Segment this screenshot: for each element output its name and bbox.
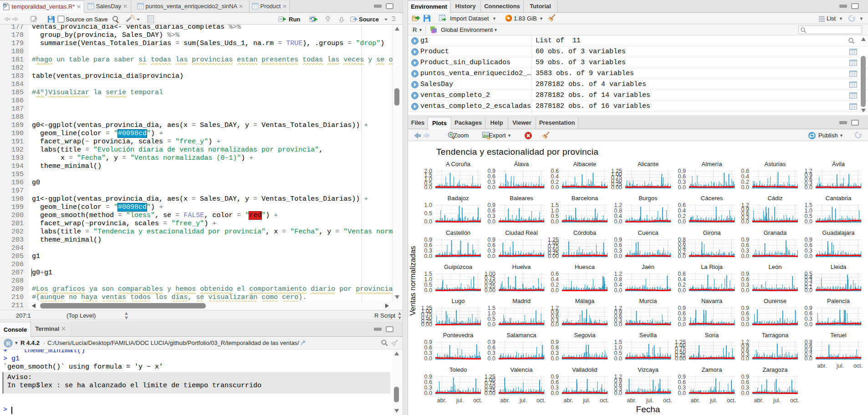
- svg-text:0.0: 0.0: [551, 390, 559, 396]
- svg-text:0.0: 0.0: [741, 287, 749, 294]
- svg-text:Soria: Soria: [705, 332, 719, 339]
- svg-text:Córdoba: Córdoba: [573, 229, 597, 236]
- svg-text:0.0: 0.0: [488, 355, 495, 362]
- svg-text:Barcelona: Barcelona: [572, 195, 598, 202]
- svg-text:0.0: 0.0: [424, 390, 432, 396]
- svg-text:0.0: 0.0: [805, 321, 812, 328]
- svg-text:A Coruña: A Coruña: [446, 161, 471, 167]
- svg-text:jul.: jul.: [646, 397, 654, 404]
- svg-text:0.5: 0.5: [424, 210, 432, 217]
- svg-text:abr.: abr.: [500, 397, 510, 404]
- svg-text:Málaga: Málaga: [575, 298, 595, 304]
- svg-text:Sevilla: Sevilla: [639, 332, 657, 339]
- svg-text:Asturias: Asturias: [765, 161, 786, 167]
- svg-text:0.00: 0.00: [421, 321, 432, 328]
- svg-text:jul.: jul.: [519, 397, 527, 404]
- svg-text:0.0: 0.0: [805, 253, 812, 259]
- svg-text:0.0: 0.0: [678, 253, 686, 259]
- svg-text:Tarragona: Tarragona: [762, 332, 789, 339]
- svg-text:Salamanca: Salamanca: [506, 332, 536, 339]
- svg-text:abr.: abr.: [691, 397, 700, 404]
- svg-text:Murcia: Murcia: [639, 298, 657, 304]
- svg-text:0.0: 0.0: [678, 287, 686, 294]
- svg-text:oct.: oct.: [473, 397, 482, 404]
- svg-text:Castellón: Castellón: [446, 229, 470, 236]
- svg-text:0.0: 0.0: [741, 218, 749, 225]
- svg-text:oct.: oct.: [600, 397, 609, 404]
- svg-text:León: León: [769, 263, 782, 270]
- svg-text:Madrid: Madrid: [512, 298, 531, 304]
- svg-text:0.0: 0.0: [614, 218, 622, 225]
- svg-text:0.00: 0.00: [611, 184, 622, 191]
- svg-text:abr.: abr.: [754, 397, 764, 404]
- svg-text:0.0: 0.0: [805, 184, 812, 191]
- svg-text:0.0: 0.0: [741, 253, 749, 259]
- svg-text:0.0: 0.0: [488, 253, 495, 259]
- svg-text:Cáceres: Cáceres: [701, 195, 723, 202]
- svg-text:0.0: 0.0: [424, 218, 432, 225]
- svg-text:Granada: Granada: [764, 229, 787, 236]
- svg-text:Navarra: Navarra: [701, 298, 723, 304]
- svg-text:1.0: 1.0: [424, 202, 432, 208]
- svg-text:0.0: 0.0: [678, 218, 686, 225]
- svg-text:Lleida: Lleida: [831, 263, 847, 270]
- svg-text:Lugo: Lugo: [452, 298, 465, 304]
- svg-text:0.0: 0.0: [678, 184, 686, 191]
- svg-text:Pontevedra: Pontevedra: [443, 332, 474, 339]
- svg-text:0.0: 0.0: [741, 321, 749, 328]
- svg-text:0.0: 0.0: [614, 321, 622, 328]
- svg-text:0.0: 0.0: [741, 355, 749, 362]
- svg-text:0.0: 0.0: [614, 355, 622, 362]
- svg-text:abr.: abr.: [437, 397, 447, 404]
- svg-text:0.0: 0.0: [678, 390, 686, 396]
- svg-text:Albacete: Albacete: [573, 161, 597, 167]
- svg-text:Valladolid: Valladolid: [572, 366, 597, 373]
- svg-text:0.0: 0.0: [741, 184, 749, 191]
- svg-text:Ourense: Ourense: [764, 298, 786, 304]
- svg-text:Huelva: Huelva: [512, 263, 531, 270]
- svg-text:Zaragoza: Zaragoza: [763, 366, 788, 373]
- svg-text:Girona: Girona: [703, 229, 721, 236]
- svg-text:0.0: 0.0: [551, 287, 559, 294]
- svg-text:0.00: 0.00: [485, 287, 495, 294]
- svg-text:oct.: oct.: [853, 363, 863, 369]
- svg-text:0.0: 0.0: [488, 184, 495, 191]
- svg-text:jul.: jul.: [456, 397, 464, 404]
- svg-text:0.0: 0.0: [551, 184, 559, 191]
- svg-text:jul.: jul.: [773, 397, 781, 404]
- svg-text:Alicante: Alicante: [638, 161, 659, 167]
- svg-text:0.00: 0.00: [485, 390, 495, 396]
- svg-text:oct.: oct.: [727, 397, 736, 404]
- svg-text:Valencia: Valencia: [511, 366, 533, 373]
- svg-text:0.0: 0.0: [678, 321, 686, 328]
- svg-text:0.0: 0.0: [741, 390, 749, 396]
- svg-text:abr.: abr.: [627, 397, 637, 404]
- svg-text:Teruel: Teruel: [830, 332, 847, 339]
- svg-text:0.00: 0.00: [675, 355, 686, 362]
- svg-text:0.0: 0.0: [551, 218, 559, 225]
- svg-text:0.0: 0.0: [551, 355, 559, 362]
- svg-text:0.0: 0.0: [424, 287, 432, 294]
- svg-text:Ciudad Real: Ciudad Real: [505, 229, 538, 236]
- svg-text:Cantabria: Cantabria: [826, 195, 852, 202]
- svg-text:0.0: 0.0: [805, 218, 812, 225]
- svg-text:jul.: jul.: [710, 397, 717, 404]
- svg-text:0.0: 0.0: [614, 253, 622, 259]
- svg-text:0.0: 0.0: [805, 287, 812, 294]
- svg-text:Guipúzcoa: Guipúzcoa: [444, 263, 473, 270]
- svg-text:Segovia: Segovia: [574, 332, 596, 339]
- svg-text:Huesca: Huesca: [575, 263, 595, 270]
- svg-text:Cuenca: Cuenca: [638, 229, 659, 236]
- svg-text:0.0: 0.0: [614, 390, 622, 396]
- svg-text:Ventas normalizadas: Ventas normalizadas: [408, 246, 417, 315]
- svg-text:Tendencia y estacionalidad por: Tendencia y estacionalidad por provincia: [436, 147, 598, 157]
- svg-text:0.0: 0.0: [424, 184, 432, 191]
- svg-text:0.0: 0.0: [488, 321, 495, 328]
- svg-text:R: R: [4, 4, 6, 8]
- svg-text:0.0: 0.0: [551, 321, 559, 328]
- svg-text:Badajoz: Badajoz: [448, 195, 469, 202]
- svg-text:Burgos: Burgos: [638, 195, 658, 202]
- svg-text:La Rioja: La Rioja: [701, 263, 723, 270]
- svg-text:Cádiz: Cádiz: [767, 195, 782, 202]
- svg-text:0.00: 0.00: [548, 253, 559, 259]
